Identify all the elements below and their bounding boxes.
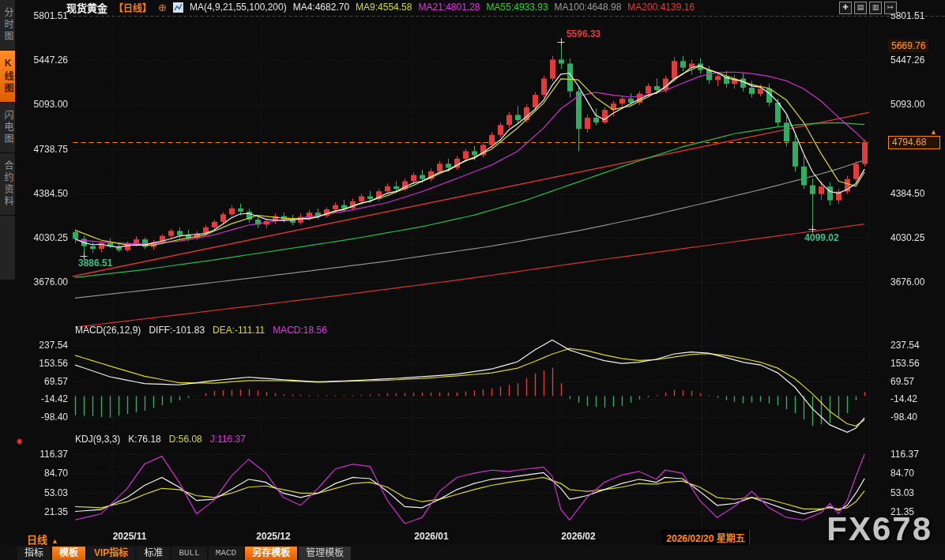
kdj-axis-tick-right: 116.37: [890, 449, 919, 460]
kdj-k-readout: K:76.18: [128, 434, 160, 445]
toolbar-tab-bull[interactable]: BULL: [171, 547, 206, 560]
macd-diff-readout: DIFF:-101.83: [149, 325, 205, 336]
macd-dea-readout: DEA:-111.11: [213, 325, 265, 336]
y-axis-tick-left: 4030.25: [16, 232, 68, 243]
chart-tool-icons: ✚▤▥↦: [839, 2, 897, 14]
toolbar-tab-template[interactable]: 模板: [52, 547, 85, 560]
x-axis-scale-icon[interactable]: ▤: [854, 2, 867, 14]
macd-axis-tick-left: 237.54: [16, 340, 68, 351]
sidebar-item-contract-info[interactable]: 合约资料: [0, 153, 15, 216]
toolbar-tab-indicators[interactable]: 指标: [17, 547, 51, 560]
x-axis-date-label: 2026/01: [414, 531, 448, 542]
trough-price-label: 4099.02: [804, 232, 838, 243]
y-axis-tick-right: 4384.50: [890, 188, 924, 199]
kline-mini-icon[interactable]: [173, 2, 183, 13]
ma4-readout: MA4:4682.70: [293, 2, 349, 13]
peak-price-label: 5596.33: [567, 28, 601, 39]
pan-tool-icon[interactable]: ✚: [839, 2, 852, 14]
y-axis-tick-left: 4384.50: [16, 188, 68, 199]
price-chart-canvas[interactable]: [0, 0, 945, 560]
macd-axis-tick-left: -14.42: [16, 393, 68, 404]
macd-axis-tick-right: 237.54: [890, 340, 920, 351]
kdj-axis-tick-right: 53.03: [890, 487, 914, 498]
left-sidebar: 分时图 K线图 闪电图 合约资料: [0, 0, 15, 280]
macd-hist-readout: MACD:18.56: [273, 325, 327, 336]
x-axis-date-label: 2026/02: [561, 531, 595, 542]
ma-params-label: MA(4,9,21,55,100,200): [190, 2, 287, 13]
y-axis-tick-right: 4030.25: [890, 232, 924, 243]
period-selector[interactable]: 日线▲: [27, 532, 58, 547]
ma9-readout: MA9:4554.58: [356, 2, 412, 13]
kdj-axis-tick-left: 116.37: [16, 449, 68, 460]
indicator-settings-icon[interactable]: ✸: [16, 437, 23, 447]
chart-header: 现货黄金 【日线】 ⊕ MA(4,9,21,55,100,200) MA4:46…: [66, 1, 695, 13]
bottom-toolbar: 指标模板VIP指标标准BULLMACD另存模板管理模板: [17, 546, 351, 560]
watermark: FX678: [826, 510, 932, 548]
macd-axis-tick-left: 69.57: [16, 376, 68, 387]
macd-axis-tick-left: -98.40: [16, 412, 68, 423]
sidebar-item-kline-chart[interactable]: K线图: [0, 51, 15, 103]
period-selector-label: 日线: [27, 534, 47, 546]
toolbar-tab-save-template[interactable]: 另存模板: [245, 547, 297, 560]
kdj-axis-tick-left: 53.03: [16, 487, 68, 498]
y-axis-tick-left: 3676.00: [16, 276, 68, 288]
left-low-price-label: 3886.51: [78, 257, 112, 269]
x-axis-date-label: 2025/12: [256, 531, 290, 542]
current-price-label: 4794.68: [888, 136, 940, 149]
x-axis-crosshair-date: 2026/02/20 星期五: [661, 530, 749, 545]
ma100-readout: MA100:4648.98: [555, 2, 622, 13]
y-axis-tick-right: 5447.26: [890, 54, 924, 66]
sidebar-item-lightning-chart[interactable]: 闪电图: [0, 103, 15, 153]
kdj-axis-tick-left: 84.70: [16, 468, 68, 479]
macd-header: MACD(26,12,9) DIFF:-101.83 DEA:-111.11 M…: [75, 325, 327, 336]
macd-axis-tick-right: 69.57: [890, 376, 914, 387]
alert-price-label: 5669.76: [888, 39, 928, 52]
trading-terminal: 分时图 K线图 闪电图 合约资料 现货黄金 【日线】 ⊕ MA(4,9,21,5…: [0, 0, 945, 560]
ma21-readout: MA21:4801.28: [418, 2, 480, 13]
price-up-arrow-icon: ▲: [930, 128, 937, 136]
toolbar-tab-vip-indicators[interactable]: VIP指标: [87, 547, 135, 560]
macd-axis-tick-right: -14.42: [890, 393, 917, 404]
period-tag: 【日线】: [114, 1, 152, 14]
ma55-readout: MA55:4933.93: [487, 2, 548, 13]
y-axis-tick-left: 4738.75: [16, 144, 68, 155]
kdj-d-readout: D:56.08: [169, 434, 202, 445]
toolbar-tab-manage-template[interactable]: 管理模板: [299, 547, 351, 560]
y-axis-tick-left: 5447.26: [16, 54, 68, 66]
sidebar-item-timeshare-chart[interactable]: 分时图: [0, 0, 15, 51]
macd-title: MACD(26,12,9): [75, 325, 141, 336]
kdj-axis-tick-left: 21.35: [16, 506, 68, 517]
y-axis-scale-icon[interactable]: ▥: [869, 2, 882, 14]
scroll-right-icon[interactable]: ↦: [884, 2, 897, 14]
kdj-title: KDJ(9,3,3): [75, 434, 120, 445]
kdj-axis-tick-right: 84.70: [890, 468, 914, 479]
ma200-readout: MA200:4139.16: [627, 2, 695, 13]
macd-axis-tick-right: -98.40: [890, 412, 917, 423]
y-axis-tick-right: 3676.00: [890, 276, 924, 288]
price-alert-icon[interactable]: ⊕: [158, 2, 167, 13]
y-axis-tick-left: 5093.00: [16, 99, 68, 110]
toolbar-tab-standard[interactable]: 标准: [137, 547, 170, 560]
x-axis-date-label: 2025/11: [113, 531, 147, 542]
symbol-name: 现货黄金: [66, 0, 107, 15]
chevron-up-icon: ▲: [51, 537, 58, 545]
kdj-header: KDJ(9,3,3) K:76.18 D:56.08 J:116.37: [75, 434, 246, 445]
kdj-j-readout: J:116.37: [210, 434, 246, 445]
macd-axis-tick-left: 153.56: [16, 358, 68, 369]
macd-axis-tick-right: 153.56: [890, 358, 920, 369]
y-axis-tick-left: 5801.51: [16, 10, 68, 21]
toolbar-tab-macd[interactable]: MACD: [209, 547, 243, 560]
y-axis-tick-right: 5093.00: [890, 99, 924, 110]
